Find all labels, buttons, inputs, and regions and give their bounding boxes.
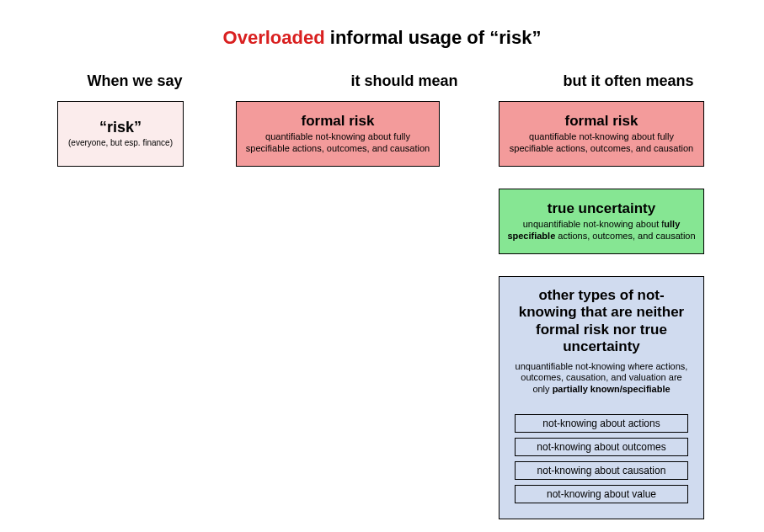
box-formal-risk-should: formal risk quantifiable not-knowing abo… [236, 101, 440, 167]
box-risk: “risk” (everyone, but esp. finance) [57, 101, 184, 167]
box-true-uncertainty: true uncertainty unquantifiable not-know… [499, 189, 704, 254]
box-formal-often-sub: quantifiable not-knowing about fully spe… [506, 131, 697, 155]
box-risk-sub: (everyone, but esp. finance) [65, 138, 176, 149]
other-sublist: not-knowing about actions not-knowing ab… [515, 414, 688, 503]
column-should-mean: formal risk quantifiable not-knowing abo… [236, 101, 440, 167]
header-should-mean: it should mean [278, 72, 531, 90]
box-other-sub: unquantifiable not-knowing where actions… [515, 361, 688, 396]
header-often-means: but it often means [543, 72, 713, 90]
subitem-causation: not-knowing about causation [515, 461, 688, 480]
page-title: Overloaded informal usage of “risk” [0, 0, 764, 49]
title-overloaded: Overloaded [223, 27, 325, 48]
uncertainty-sub-post: actions, outcomes, and causation [555, 231, 695, 241]
column-when-we-say: “risk” (everyone, but esp. finance) [57, 101, 184, 167]
other-sub-bold: partially known/specifiable [553, 384, 671, 394]
subitem-value: not-knowing about value [515, 485, 688, 503]
subitem-outcomes: not-knowing about outcomes [515, 438, 688, 456]
box-risk-title: “risk” [65, 119, 176, 136]
box-formal-title: formal risk [243, 113, 432, 130]
box-formal-risk-often: formal risk quantifiable not-knowing abo… [499, 101, 704, 167]
header-when-we-say: When we say [51, 72, 219, 90]
column-headers: When we say it should mean but it often … [0, 72, 764, 90]
box-uncertainty-sub: unquantifiable not-knowing about fully s… [506, 219, 697, 242]
box-other-not-knowing: other types of not-knowing that are neit… [499, 276, 704, 519]
box-formal-sub: quantifiable not-knowing about fully spe… [243, 131, 432, 155]
uncertainty-sub-pre: unquantifiable not-knowing about f [523, 219, 665, 229]
column-often-means: formal risk quantifiable not-knowing abo… [499, 101, 704, 519]
box-formal-often-title: formal risk [506, 113, 697, 130]
subitem-actions: not-knowing about actions [515, 414, 688, 433]
box-other-title: other types of not-knowing that are neit… [515, 287, 688, 356]
box-uncertainty-title: true uncertainty [506, 200, 697, 217]
title-rest: informal usage of “risk” [325, 27, 542, 48]
